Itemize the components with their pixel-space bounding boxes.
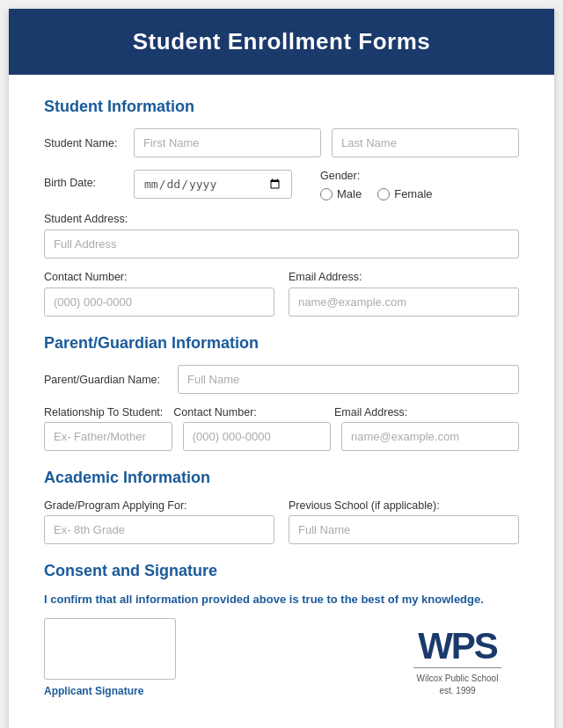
parent-contact-input[interactable]: [183, 422, 331, 451]
signature-block: Applicant Signature: [44, 618, 176, 697]
wps-divider: [413, 667, 501, 668]
relationship-label: Relationship To Student:: [44, 406, 163, 419]
first-name-input[interactable]: [134, 128, 321, 157]
academic-labels-row: Grade/Program Applying For: Previous Sch…: [44, 499, 519, 512]
parent-info-section: Parent/Guardian Information Parent/Guard…: [44, 334, 519, 451]
birth-date-input[interactable]: [134, 170, 292, 199]
parent-email-input[interactable]: [341, 422, 519, 451]
email-label: Email Address:: [289, 271, 519, 283]
consent-section: Consent and Signature I confirm that all…: [44, 562, 519, 697]
contact-input[interactable]: [44, 288, 274, 317]
student-name-row: Student Name:: [44, 128, 519, 157]
address-section: Student Address:: [44, 213, 519, 258]
student-info-section: Student Information Student Name: Birth …: [44, 98, 519, 317]
relationship-input[interactable]: [44, 422, 172, 451]
gender-male-radio[interactable]: [320, 188, 333, 200]
birth-input-wrap: [134, 170, 292, 199]
email-col: Email Address:: [289, 271, 519, 317]
gender-female-radio[interactable]: [377, 188, 390, 200]
page-header: Student Enrollment Forms: [9, 9, 554, 75]
address-label: Student Address:: [44, 213, 519, 225]
gender-wrap: Gender: Male Female: [320, 170, 433, 200]
wps-school-name: Wilcox Public School est. 1999: [417, 673, 499, 697]
grade-input[interactable]: [44, 515, 274, 544]
prev-school-label: Previous School (if applicable):: [289, 499, 519, 512]
gender-female-option[interactable]: Female: [377, 187, 432, 200]
gender-male-option[interactable]: Male: [320, 187, 362, 200]
parent-email-label: Email Address:: [334, 406, 519, 419]
signature-label: Applicant Signature: [44, 685, 143, 697]
address-input[interactable]: [44, 229, 519, 258]
parent-contact-label: Contact Number:: [173, 406, 324, 419]
parent-detail-inputs: [44, 422, 519, 451]
student-name-label: Student Name:: [44, 137, 123, 149]
birth-gender-row: Birth Date: Gender: Male Female: [44, 170, 519, 200]
consent-title: Consent and Signature: [44, 562, 519, 580]
form-content: Student Information Student Name: Birth …: [9, 75, 554, 728]
signature-wps-row: Applicant Signature WPS Wilcox Public Sc…: [44, 618, 519, 697]
parent-info-title: Parent/Guardian Information: [44, 334, 519, 353]
page: Student Enrollment Forms Student Informa…: [9, 9, 554, 728]
contact-label: Contact Number:: [44, 271, 274, 283]
gender-options: Male Female: [320, 187, 433, 200]
student-name-inputs: [134, 128, 519, 157]
birth-date-label: Birth Date:: [44, 170, 123, 189]
academic-info-section: Academic Information Grade/Program Apply…: [44, 469, 519, 544]
wps-logo: WPS Wilcox Public School est. 1999: [413, 628, 501, 697]
page-title: Student Enrollment Forms: [35, 28, 528, 55]
parent-detail-labels: Relationship To Student: Contact Number:…: [44, 406, 519, 419]
contact-email-row: Contact Number: Email Address:: [44, 271, 519, 317]
gender-female-label: Female: [394, 187, 432, 200]
last-name-input[interactable]: [332, 128, 519, 157]
parent-name-row: Parent/Guardian Name:: [44, 365, 519, 394]
prev-school-input[interactable]: [289, 515, 519, 544]
wps-letters: WPS: [418, 628, 497, 665]
gender-label: Gender:: [320, 170, 433, 182]
parent-name-label: Parent/Guardian Name:: [44, 374, 167, 386]
student-info-title: Student Information: [44, 98, 519, 116]
gender-male-label: Male: [337, 187, 362, 200]
grade-label: Grade/Program Applying For:: [44, 499, 274, 512]
contact-col: Contact Number:: [44, 271, 274, 317]
email-input[interactable]: [289, 288, 519, 317]
consent-confirm-text: I confirm that all information provided …: [44, 593, 519, 606]
academic-inputs-row: [44, 515, 519, 544]
academic-info-title: Academic Information: [44, 469, 519, 487]
signature-box[interactable]: [44, 618, 176, 680]
parent-name-input[interactable]: [178, 365, 519, 394]
